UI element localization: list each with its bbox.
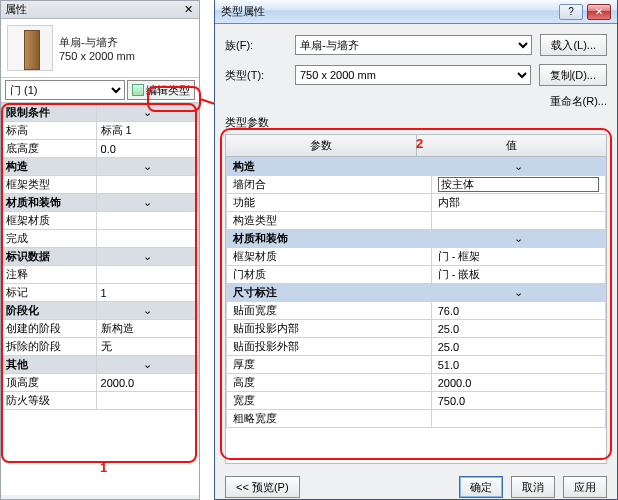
header-param: 参数 [226,135,417,156]
param-name: 贴面投影内部 [227,320,432,338]
param-name: 注释 [2,266,97,284]
properties-table: 限制条件⌄ 标高标高 1 底高度0.0 构造⌄ 框架类型 材质和装饰⌄ 框架材质… [1,103,199,410]
rename-button[interactable]: 重命名(R)... [550,94,607,109]
section-other: 其他 [2,356,97,374]
section-materials: 材质和装饰 [227,230,432,248]
param-value[interactable] [431,410,605,428]
type-size: 750 x 2000 mm [59,50,135,62]
param-value[interactable]: 25.0 [431,320,605,338]
door-thumb-icon [7,25,53,71]
param-value[interactable]: 0.0 [96,140,198,158]
type-select[interactable]: 750 x 2000 mm [295,65,531,85]
preview-button[interactable]: << 预览(P) [225,476,300,498]
type-selector[interactable]: 单扇-与墙齐 750 x 2000 mm [1,19,199,78]
type-params-label: 类型参数 [225,115,607,130]
edit-type-icon [132,84,144,96]
param-value[interactable]: 无 [96,338,198,356]
param-name: 拆除的阶段 [2,338,97,356]
param-name: 标高 [2,122,97,140]
param-name: 粗略宽度 [227,410,432,428]
section-constraints: 限制条件 [2,104,97,122]
chevron-icon[interactable]: ⌄ [431,158,605,176]
param-value[interactable]: 门 - 框架 [431,248,605,266]
param-value[interactable]: 2000.0 [96,374,198,392]
annotation-2: 2 [416,136,423,151]
param-name: 贴面宽度 [227,302,432,320]
chevron-icon[interactable]: ⌄ [96,356,198,374]
section-dimensions: 尺寸标注 [227,284,432,302]
param-name: 门材质 [227,266,432,284]
param-value[interactable] [96,392,198,410]
section-identity: 标识数据 [2,248,97,266]
param-name: 框架类型 [2,176,97,194]
param-value[interactable]: 门 - 嵌板 [431,266,605,284]
param-value[interactable] [431,176,605,194]
param-value[interactable]: 2000.0 [431,374,605,392]
param-value[interactable]: 750.0 [431,392,605,410]
ok-button[interactable]: 确定 [459,476,503,498]
wall-closure-input[interactable] [438,177,599,192]
edit-type-button[interactable]: 编辑类型 [127,80,195,100]
properties-panel: 属性 ✕ 单扇-与墙齐 750 x 2000 mm 门 (1) 编辑类型 限制条… [0,0,200,500]
dialog-footer: << 预览(P) 确定 取消 应用 [215,468,617,498]
type-params-table: 构造⌄ 墙闭合 功能内部 构造类型 材质和装饰⌄ 框架材质门 - 框架 门材质门… [226,157,606,428]
param-value[interactable] [96,212,198,230]
header-value: 值 [417,135,607,156]
type-properties-dialog: 类型属性 ? ✕ 族(F): 单扇-与墙齐 载入(L)... 类型(T): 75… [214,0,618,500]
load-button[interactable]: 载入(L)... [540,34,607,56]
param-name: 防火等级 [2,392,97,410]
duplicate-button[interactable]: 复制(D)... [539,64,607,86]
chevron-icon[interactable]: ⌄ [96,194,198,212]
chevron-icon[interactable]: ⌄ [96,248,198,266]
param-name: 创建的阶段 [2,320,97,338]
param-value[interactable] [96,176,198,194]
apply-button[interactable]: 应用 [563,476,607,498]
param-value[interactable] [431,212,605,230]
dialog-title: 类型属性 [221,4,265,19]
family-select[interactable]: 单扇-与墙齐 [295,35,532,55]
type-params-table-wrap: 参数 值 构造⌄ 墙闭合 功能内部 构造类型 材质和装饰⌄ 框架材质门 - 框架… [225,134,607,464]
param-name: 贴面投影外部 [227,338,432,356]
cancel-button[interactable]: 取消 [511,476,555,498]
section-construction: 构造 [227,158,432,176]
chevron-icon[interactable]: ⌄ [96,302,198,320]
param-name: 顶高度 [2,374,97,392]
param-value[interactable]: 内部 [431,194,605,212]
param-name: 功能 [227,194,432,212]
category-select[interactable]: 门 (1) [5,80,125,100]
properties-title: 属性 [5,2,27,17]
close-icon[interactable]: ✕ [181,3,195,16]
family-label: 族(F): [225,38,295,53]
param-name: 框架材质 [2,212,97,230]
param-value[interactable]: 25.0 [431,338,605,356]
param-name: 构造类型 [227,212,432,230]
param-name: 厚度 [227,356,432,374]
section-construction: 构造 [2,158,97,176]
param-value[interactable]: 1 [96,284,198,302]
param-name: 宽度 [227,392,432,410]
param-value[interactable] [96,266,198,284]
param-value[interactable]: 51.0 [431,356,605,374]
type-name: 单扇-与墙齐 [59,35,135,50]
chevron-icon[interactable]: ⌄ [96,158,198,176]
param-name: 高度 [227,374,432,392]
properties-titlebar: 属性 ✕ [1,1,199,19]
param-name: 标记 [2,284,97,302]
param-value[interactable]: 标高 1 [96,122,198,140]
param-name: 墙闭合 [227,176,432,194]
param-value[interactable]: 新构造 [96,320,198,338]
param-name: 框架材质 [227,248,432,266]
param-name: 底高度 [2,140,97,158]
param-value[interactable] [96,230,198,248]
chevron-icon[interactable]: ⌄ [96,104,198,122]
section-phasing: 阶段化 [2,302,97,320]
dialog-titlebar: 类型属性 ? ✕ [215,0,617,24]
param-name: 完成 [2,230,97,248]
chevron-icon[interactable]: ⌄ [431,284,605,302]
close-button[interactable]: ✕ [587,4,611,20]
param-value[interactable]: 76.0 [431,302,605,320]
annotation-1: 1 [100,460,107,475]
chevron-icon[interactable]: ⌄ [431,230,605,248]
type-label: 类型(T): [225,68,295,83]
help-button[interactable]: ? [559,4,583,20]
